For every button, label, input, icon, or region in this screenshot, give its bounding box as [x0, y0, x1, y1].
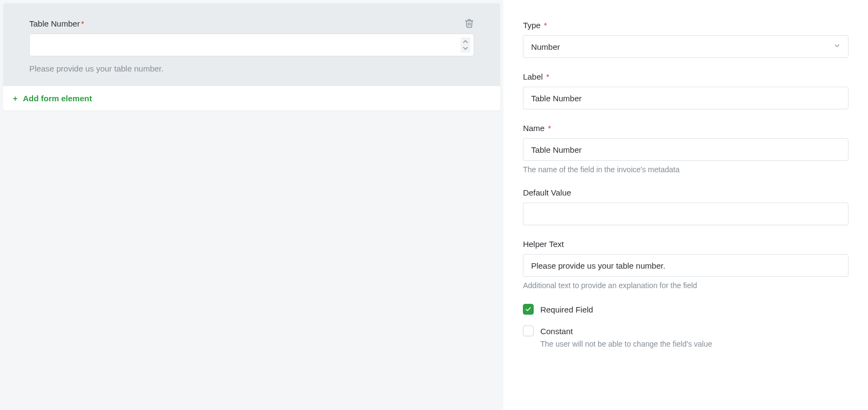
constant-hint: The user will not be able to change the …: [540, 340, 848, 348]
required-field-label: Required Field: [540, 305, 593, 314]
default-value-input[interactable]: [523, 203, 848, 225]
preview-field-label: Table Number*: [29, 19, 84, 28]
helper-text-label: Helper Text: [523, 239, 848, 249]
plus-icon: +: [13, 94, 17, 103]
preview-helper-text: Please provide us your table number.: [29, 64, 474, 73]
constant-checkbox[interactable]: [523, 326, 534, 336]
chevron-up-icon[interactable]: [463, 38, 468, 45]
add-form-element-button[interactable]: + Add form element: [3, 86, 500, 110]
constant-row: Constant: [523, 326, 848, 336]
required-star-icon: *: [81, 19, 84, 28]
name-input[interactable]: [523, 138, 848, 161]
required-field-row: Required Field: [523, 304, 848, 315]
type-label: Type *: [523, 21, 848, 30]
required-field-checkbox[interactable]: [523, 304, 534, 315]
trash-icon[interactable]: [464, 18, 474, 28]
helper-text-input[interactable]: [523, 254, 848, 277]
preview-number-input-wrap[interactable]: [29, 34, 474, 56]
default-value-label: Default Value: [523, 188, 848, 197]
helper-text-hint: Additional text to provide an explanatio…: [523, 281, 848, 290]
preview-card: Table Number*: [3, 3, 500, 110]
preview-number-input[interactable]: [36, 41, 461, 49]
name-hint: The name of the field in the invoice's m…: [523, 165, 848, 174]
name-label: Name *: [523, 123, 848, 133]
required-star-icon: *: [546, 72, 549, 81]
constant-label: Constant: [540, 327, 573, 336]
required-star-icon: *: [544, 21, 547, 30]
required-star-icon: *: [548, 123, 551, 133]
label-label: Label *: [523, 72, 848, 81]
check-icon: [525, 306, 532, 313]
number-stepper[interactable]: [461, 37, 470, 53]
label-input[interactable]: [523, 87, 848, 109]
field-preview[interactable]: Table Number*: [3, 3, 500, 86]
type-select[interactable]: [523, 35, 848, 58]
add-form-element-label: Add form element: [23, 94, 92, 103]
chevron-down-icon[interactable]: [463, 45, 468, 51]
properties-panel: Type * Label * Name * The name of the fi…: [503, 0, 868, 410]
